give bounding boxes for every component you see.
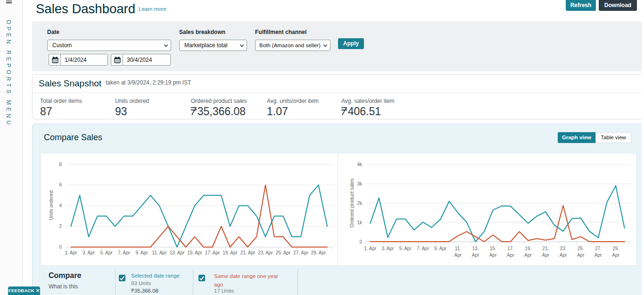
svg-text:4k: 4k [357,162,363,167]
svg-text:Apr: Apr [594,253,602,258]
svg-text:13.: 13. [472,246,479,251]
svg-text:13. Apr: 13. Apr [170,250,185,255]
svg-text:25.: 25. [578,246,584,251]
svg-text:17.: 17. [507,246,514,251]
svg-text:11.: 11. [455,246,461,251]
svg-text:Apr: Apr [612,253,619,258]
svg-text:27.: 27. [595,246,602,251]
svg-text:29. Apr: 29. Apr [311,250,326,255]
svg-text:21.: 21. [542,246,549,251]
svg-text:19. Apr: 19. Apr [223,250,238,255]
svg-text:11. Apr: 11. Apr [152,250,167,255]
svg-text:15. Apr: 15. Apr [187,250,202,255]
svg-text:8: 8 [59,162,62,167]
svg-text:7. Apr: 7. Apr [417,246,429,251]
svg-text:Apr: Apr [507,253,514,258]
svg-text:Ordered product sales: Ordered product sales [349,178,355,228]
svg-text:1k: 1k [357,220,363,225]
svg-text:29.: 29. [612,246,619,251]
svg-text:1. Apr: 1. Apr [65,250,77,255]
svg-text:0: 0 [359,239,362,244]
svg-text:Apr: Apr [524,253,532,258]
svg-text:15.: 15. [490,246,496,251]
svg-text:5. Apr: 5. Apr [100,250,113,255]
svg-text:23.: 23. [560,246,567,251]
svg-text:4: 4 [59,203,62,208]
svg-text:Apr: Apr [577,253,585,258]
svg-text:2: 2 [59,224,62,229]
svg-text:21. Apr: 21. Apr [240,250,256,255]
svg-text:0: 0 [59,244,62,250]
svg-text:Units ordered: Units ordered [48,190,54,220]
svg-text:Apr: Apr [489,253,497,258]
svg-text:6: 6 [59,182,62,187]
svg-text:3. Apr: 3. Apr [381,246,394,251]
svg-text:23. Apr: 23. Apr [258,250,273,255]
svg-text:25. Apr: 25. Apr [276,250,291,255]
svg-text:19.: 19. [525,246,531,251]
svg-text:27. Apr: 27. Apr [293,250,308,255]
svg-text:3k: 3k [357,181,363,186]
svg-text:3. Apr: 3. Apr [83,250,95,255]
svg-text:9. Apr: 9. Apr [434,246,447,251]
svg-text:9. Apr: 9. Apr [135,250,148,255]
svg-text:Apr: Apr [472,253,479,258]
svg-text:17. Apr: 17. Apr [205,250,220,255]
svg-text:7. Apr: 7. Apr [118,250,131,255]
svg-text:Apr: Apr [560,253,567,258]
svg-text:2k: 2k [357,201,363,206]
svg-text:1. Apr: 1. Apr [364,246,377,251]
svg-text:5. Apr: 5. Apr [399,246,412,251]
svg-text:Apr: Apr [454,253,462,258]
svg-text:Apr: Apr [542,253,550,258]
